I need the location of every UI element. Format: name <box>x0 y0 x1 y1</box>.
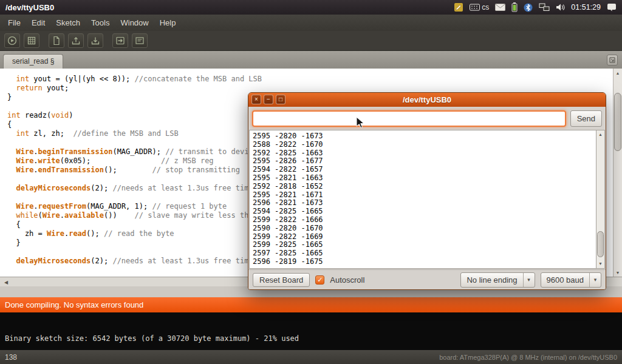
serial-row: 2592 -2818 -1652 <box>253 183 596 191</box>
code-line: int yout = (yl|(yh << 8)); //concatenate… <box>7 75 622 84</box>
chevron-down-icon: ▾ <box>523 273 535 287</box>
serial-row: 2590 -2820 -1670 <box>253 224 596 233</box>
keyboard-layout-label: cs <box>482 3 489 12</box>
line-ending-select[interactable]: No line ending ▾ <box>460 272 535 288</box>
serial-row: 2592 -2825 -1663 <box>253 149 596 158</box>
serial-row: 2596 -2821 -1673 <box>253 199 596 207</box>
serial-monitor-titlebar[interactable]: /dev/ttyUSB0 <box>248 93 606 107</box>
baud-value: 9600 baud <box>541 273 589 287</box>
tab-bar: serial_read § <box>0 51 622 69</box>
session-menu-icon[interactable] <box>607 3 617 12</box>
serial-row: 2597 -2825 -1665 <box>253 249 596 258</box>
tab-serial-read[interactable]: serial_read § <box>3 54 63 69</box>
menu-file[interactable]: File <box>2 16 26 30</box>
window-controls: × − □ <box>251 95 285 104</box>
status-bar: Done compiling. No syntax errors found <box>0 297 622 312</box>
close-button[interactable]: × <box>251 95 261 104</box>
chevron-down-icon: ▾ <box>589 273 601 287</box>
board-info: board: ATmega328P(A) @ 8 MHz (internal) … <box>439 354 617 361</box>
open-icon <box>71 36 81 46</box>
serial-monitor-window: /dev/ttyUSB0 × − □ Send 2595 -2820 -1673… <box>248 92 606 290</box>
console-output: Binary sketch size: 6542 bytes (of a 307… <box>0 312 622 350</box>
serial-row: 2594 -2825 -1665 <box>253 207 596 216</box>
serial-monitor-title: /dev/ttyUSB0 <box>403 95 451 104</box>
stop-button[interactable] <box>24 33 39 48</box>
keyboard-icon <box>470 4 480 11</box>
send-button[interactable]: Send <box>570 110 602 127</box>
notes-icon[interactable] <box>454 2 463 12</box>
window-title: /dev/ttyUSB0 <box>5 3 54 12</box>
serial-scroll-down-button[interactable]: ▼ <box>596 260 604 268</box>
menubar: FileEditSketchToolsWindowHelp <box>0 15 622 31</box>
baud-select[interactable]: 9600 baud ▾ <box>541 272 601 288</box>
serial-row: 2599 -2825 -1665 <box>253 241 596 249</box>
minimize-button[interactable]: − <box>264 95 273 104</box>
serial-input-row: Send <box>252 110 602 127</box>
verify-icon <box>7 36 17 46</box>
footer: 138 board: ATmega328P(A) @ 8 MHz (intern… <box>0 350 622 364</box>
scroll-left-button[interactable]: ◀ <box>2 278 10 286</box>
upload-icon <box>115 36 125 46</box>
menu-edit[interactable]: Edit <box>26 16 50 30</box>
serial-row: 2595 -2821 -1663 <box>253 174 596 183</box>
system-tray: cs 01:51:29 <box>454 2 617 12</box>
serial-scroll-up-button[interactable]: ▲ <box>596 130 604 139</box>
mail-icon[interactable] <box>495 4 505 11</box>
status-message: Done compiling. No syntax errors found <box>5 300 143 309</box>
serial-row: 2595 -2820 -1673 <box>253 132 596 141</box>
serial-monitor-icon <box>135 36 145 46</box>
serial-input[interactable] <box>252 110 566 127</box>
menu-help[interactable]: Help <box>154 16 182 30</box>
battery-icon[interactable] <box>511 2 518 12</box>
upload-button[interactable] <box>112 33 128 48</box>
new-sketch-button[interactable] <box>49 33 64 48</box>
maximize-button[interactable]: □ <box>276 95 285 104</box>
console-text: Binary sketch size: 6542 bytes (of a 307… <box>5 334 299 343</box>
editor-scrollbar-thumb[interactable] <box>614 93 621 151</box>
volume-icon[interactable] <box>556 3 565 12</box>
save-icon <box>91 36 100 46</box>
autoscroll-checkbox[interactable]: ✓ <box>315 275 324 285</box>
serial-row: 2588 -2822 -1670 <box>253 141 596 149</box>
screen: /dev/ttyUSB0 cs 01:5 <box>0 0 622 364</box>
serial-row: 2599 -2822 -1669 <box>253 233 596 241</box>
serial-row: 2595 -2826 -1677 <box>253 157 596 166</box>
editor-vscrollbar[interactable]: ▲ ▼ <box>613 69 622 277</box>
bluetooth-icon[interactable] <box>524 3 533 12</box>
network-icon[interactable] <box>539 3 550 12</box>
titlebar: /dev/ttyUSB0 cs 01:5 <box>0 0 622 15</box>
keyboard-indicator[interactable]: cs <box>470 3 489 12</box>
serial-row: 2596 -2819 -1675 <box>253 258 596 266</box>
toolbar <box>0 31 622 51</box>
scroll-down-button[interactable]: ▼ <box>613 268 622 277</box>
serial-monitor-button[interactable] <box>132 33 148 48</box>
stop-icon <box>27 36 36 46</box>
serial-scrollbar[interactable]: ▲ ▼ <box>596 130 605 269</box>
serial-output[interactable]: 2595 -2820 -16732588 -2822 -16702592 -28… <box>249 130 596 269</box>
serial-monitor-footer: Reset Board ✓ Autoscroll No line ending … <box>248 269 606 289</box>
tab-menu-button[interactable] <box>607 55 618 66</box>
menu-window[interactable]: Window <box>115 16 154 30</box>
line-number: 138 <box>5 353 17 362</box>
save-button[interactable] <box>87 33 103 48</box>
serial-row: 2594 -2822 -1657 <box>253 166 596 174</box>
open-button[interactable] <box>68 33 84 48</box>
clock[interactable]: 01:51:29 <box>571 3 601 12</box>
autoscroll-label: Autoscroll <box>330 275 364 285</box>
new-file-icon <box>52 36 61 46</box>
tab-menu-icon <box>609 56 616 64</box>
serial-row: 2595 -2821 -1671 <box>253 191 596 200</box>
menu-tools[interactable]: Tools <box>86 16 115 30</box>
verify-button[interactable] <box>4 33 20 48</box>
code-line: return yout; <box>7 84 622 93</box>
serial-scrollbar-thumb[interactable] <box>597 231 604 257</box>
reset-board-button[interactable]: Reset Board <box>253 273 310 287</box>
menu-sketch[interactable]: Sketch <box>50 16 86 30</box>
scroll-up-button[interactable]: ▲ <box>613 69 622 77</box>
line-ending-value: No line ending <box>461 273 522 287</box>
serial-row: 2599 -2822 -1666 <box>253 216 596 224</box>
